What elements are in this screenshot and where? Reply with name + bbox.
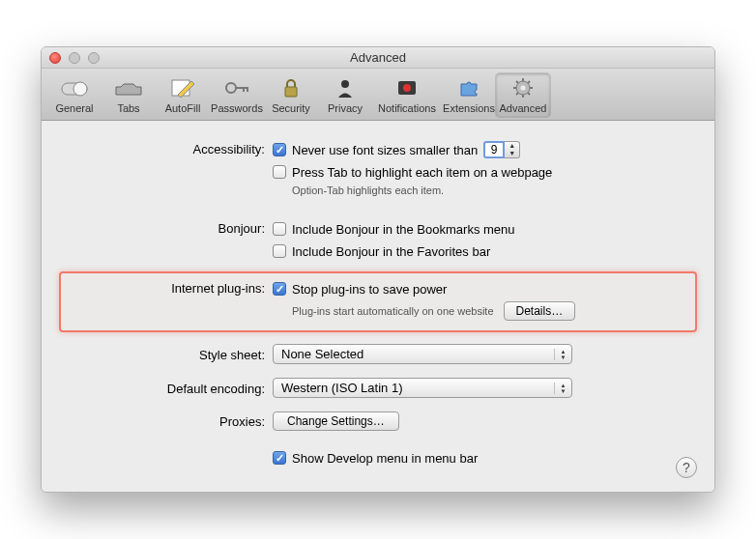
stop-plugins-label: Stop plug-ins to save power [292,282,447,297]
content-area: Accessibility: Never use font sizes smal… [42,121,714,492]
svg-line-15 [528,93,530,95]
svg-rect-4 [285,87,297,97]
bonjour-favorites-label: Include Bonjour in the Favorites bar [292,244,490,259]
stop-plugins-checkbox[interactable] [273,282,286,296]
key-icon [221,75,252,100]
notifications-icon [392,75,422,100]
svg-point-1 [73,82,87,96]
develop-menu-label: Show Develop menu in menu bar [292,451,478,466]
bonjour-favorites-checkbox[interactable] [273,244,286,258]
proxies-label: Proxies: [65,411,273,429]
svg-point-3 [226,83,236,93]
tab-icon [113,75,144,100]
tab-label: Extensions [442,102,496,114]
tab-label: Advanced [496,102,550,114]
tab-advanced[interactable]: Advanced [496,73,550,117]
tab-label: Tabs [102,102,156,114]
pencil-icon [167,75,198,100]
switch-icon [59,75,90,100]
change-settings-button[interactable]: Change Settings… [273,411,399,431]
press-tab-hint: Option-Tab highlights each item. [292,184,691,196]
zoom-icon[interactable] [88,52,100,64]
titlebar: Advanced [42,47,714,69]
tab-label: Privacy [318,102,372,114]
develop-menu-checkbox[interactable] [273,451,286,465]
svg-line-17 [516,93,518,95]
chevron-updown-icon: ▲▼ [554,383,571,394]
puzzle-icon [453,75,484,100]
tab-label: Security [264,102,318,114]
stylesheet-value: None Selected [281,347,554,361]
encoding-popup[interactable]: Western (ISO Latin 1) ▲▼ [273,378,572,398]
svg-line-16 [528,81,530,83]
encoding-label: Default encoding: [65,378,273,396]
toolbar: General Tabs AutoFill Passwords Security [42,69,714,121]
stylesheet-popup[interactable]: None Selected ▲▼ [273,344,572,364]
tab-label: Passwords [210,102,264,114]
tab-privacy[interactable]: Privacy [318,73,372,117]
bonjour-bookmarks-checkbox[interactable] [273,222,286,236]
lock-icon [276,75,306,100]
chevron-updown-icon: ▲▼ [554,349,571,360]
help-button[interactable]: ? [676,457,697,478]
tab-security[interactable]: Security [264,73,318,117]
stylesheet-label: Style sheet: [65,344,273,362]
press-tab-checkbox[interactable] [273,165,286,179]
accessibility-label: Accessibility: [65,140,273,156]
highlight-annotation: Internet plug-ins: Stop plug-ins to save… [59,271,697,332]
plugins-hint: Plug-ins start automatically on one webs… [292,305,494,317]
window-title: Advanced [42,50,714,65]
bonjour-bookmarks-label: Include Bonjour in the Bookmarks menu [292,222,515,237]
font-size-checkbox-label: Never use font sizes smaller than [292,143,478,157]
svg-point-7 [403,84,411,92]
font-size-value[interactable]: 9 [483,141,505,158]
press-tab-checkbox-label: Press Tab to highlight each item on a we… [292,165,552,180]
gear-icon [508,75,538,100]
tab-label: AutoFill [156,102,210,114]
encoding-value: Western (ISO Latin 1) [281,381,554,395]
plugins-label: Internet plug-ins: [65,279,273,296]
tab-label: Notifications [372,102,442,114]
close-icon[interactable] [49,52,61,64]
bonjour-label: Bonjour: [65,219,273,236]
tab-passwords[interactable]: Passwords [210,73,264,117]
svg-line-14 [516,81,518,83]
tab-extensions[interactable]: Extensions [442,73,496,117]
svg-point-5 [341,80,349,88]
font-size-stepper[interactable]: 9 ▲▼ [483,141,520,158]
stepper-arrows[interactable]: ▲▼ [505,141,520,158]
details-button[interactable]: Details… [504,301,576,321]
tab-notifications[interactable]: Notifications [372,73,442,117]
preferences-window: Advanced General Tabs AutoFill Passwords [41,46,715,493]
svg-point-9 [521,86,526,91]
font-size-checkbox[interactable] [273,143,286,156]
tab-tabs[interactable]: Tabs [102,73,156,117]
tab-autofill[interactable]: AutoFill [156,73,210,117]
minimize-icon[interactable] [69,52,80,64]
tab-label: General [47,102,102,114]
tab-general[interactable]: General [47,73,102,117]
privacy-icon [330,75,361,100]
